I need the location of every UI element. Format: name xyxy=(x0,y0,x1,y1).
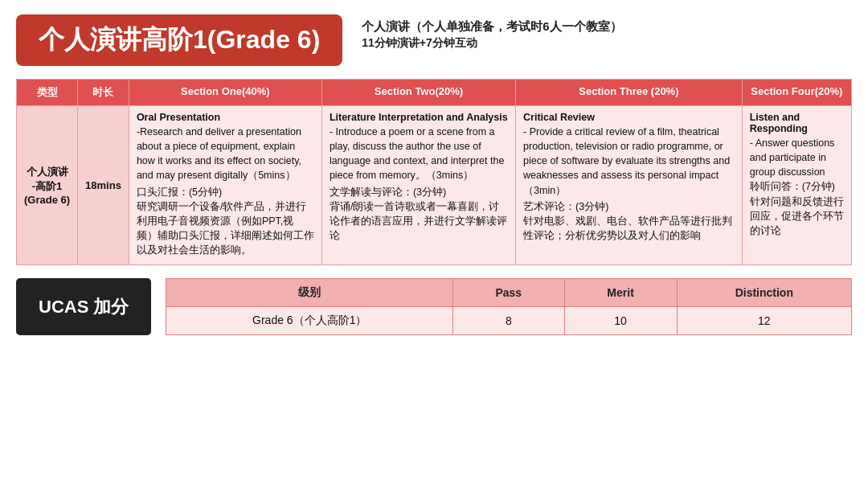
cell-duration: 18mins xyxy=(78,106,129,265)
page-title: 个人演讲高阶1(Grade 6) xyxy=(39,25,320,54)
ucas-col-distinction: Distinction xyxy=(677,279,851,307)
s2-title: Literature Interpretation and Analysis xyxy=(330,112,508,123)
s4-content: - Answer questions and participate in gr… xyxy=(750,136,844,238)
cell-section2: Literature Interpretation and Analysis -… xyxy=(321,106,515,265)
cell-section3: Critical Review - Provide a critical rev… xyxy=(516,106,743,265)
ucas-table: 级别 Pass Merit Distinction Grade 6（个人高阶1）… xyxy=(166,278,852,335)
main-table: 类型 时长 Section One(40%) Section Two(20%) … xyxy=(16,79,852,265)
ucas-col-pass: Pass xyxy=(453,279,565,307)
ucas-row: Grade 6（个人高阶1） 8 10 12 xyxy=(166,307,852,335)
ucas-col-grade: 级别 xyxy=(166,279,453,307)
ucas-pass: 8 xyxy=(453,307,565,335)
header: 个人演讲高阶1(Grade 6) 个人演讲（个人单独准备，考试时6人一个教室） … xyxy=(16,14,852,66)
col-header-type: 类型 xyxy=(17,80,78,106)
subtitle-line2: 11分钟演讲+7分钟互动 xyxy=(362,36,621,51)
subtitle-line1: 个人演讲（个人单独准备，考试时6人一个教室） xyxy=(362,19,621,35)
ucas-area: UCAS 加分 级别 Pass Merit Distinction Grade … xyxy=(16,278,852,335)
ucas-distinction: 12 xyxy=(677,307,851,335)
s2-cn: 文学解读与评论：(3分钟)背诵/朗读一首诗歌或者一幕喜剧，讨论作者的语言应用，并… xyxy=(330,185,508,244)
col-header-duration: 时长 xyxy=(78,80,129,106)
col-header-s1: Section One(40%) xyxy=(129,80,321,106)
s3-en: - Provide a critical review of a film, t… xyxy=(523,125,735,198)
s3-cn: 艺术评论：(3分钟)针对电影、戏剧、电台、软件产品等进行批判性评论；分析优劣势以… xyxy=(523,199,735,243)
col-header-s2: Section Two(20%) xyxy=(321,80,515,106)
cell-section1: Oral Presentation -Research and deliver … xyxy=(129,106,321,265)
col-header-s4: Section Four(20%) xyxy=(742,80,851,106)
title-box: 个人演讲高阶1(Grade 6) xyxy=(16,14,342,66)
cell-section4: Listen and Responding - Answer questions… xyxy=(742,106,851,265)
s1-title: Oral Presentation xyxy=(137,112,314,123)
s2-en: - Introduce a poem or a scene from a pla… xyxy=(330,125,508,183)
ucas-grade: Grade 6（个人高阶1） xyxy=(166,307,453,335)
header-subtitle: 个人演讲（个人单独准备，考试时6人一个教室） 11分钟演讲+7分钟互动 xyxy=(362,14,621,51)
col-header-s3: Section Three (20%) xyxy=(516,80,743,106)
ucas-label: UCAS 加分 xyxy=(16,278,151,335)
page-container: 个人演讲高阶1(Grade 6) 个人演讲（个人单独准备，考试时6人一个教室） … xyxy=(0,0,868,350)
s1-cn: 口头汇报：(5分钟)研究调研一个设备/软件产品，并进行利用电子音视频资源（例如P… xyxy=(137,185,314,258)
ucas-merit: 10 xyxy=(564,307,677,335)
table-row: 个人演讲-高阶1(Grade 6) 18mins Oral Presentati… xyxy=(17,106,852,265)
s4-title: Listen and Responding xyxy=(750,112,844,134)
ucas-col-merit: Merit xyxy=(564,279,677,307)
s3-title: Critical Review xyxy=(523,112,735,123)
cell-type: 个人演讲-高阶1(Grade 6) xyxy=(17,106,78,265)
s1-en: -Research and deliver a presentation abo… xyxy=(137,125,314,183)
